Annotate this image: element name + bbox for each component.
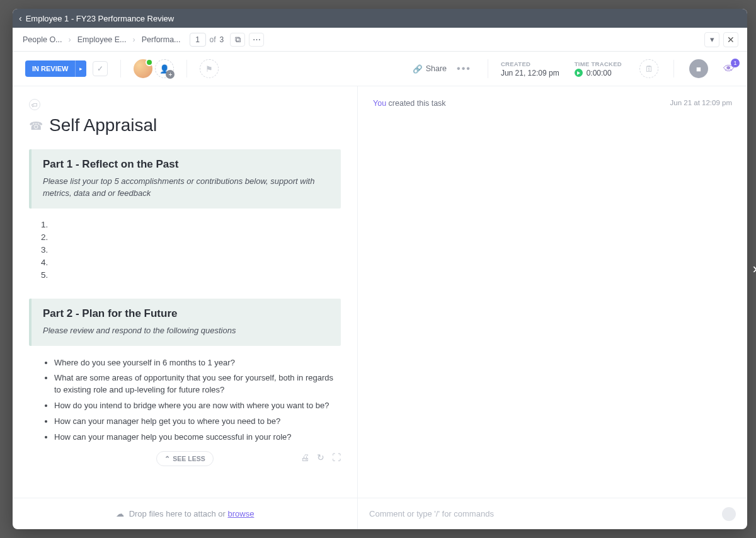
share-button[interactable]: 🔗 Share — [413, 64, 447, 74]
questions-list: Where do you see yourself in 6 months to… — [29, 357, 341, 444]
watchers-count: 1 — [731, 59, 740, 67]
comment-bubble-icon[interactable] — [722, 507, 736, 521]
created-value: Jun 21, 12:09 pm — [501, 69, 559, 77]
task-title[interactable]: Self Appraisal — [49, 115, 157, 135]
breadcrumb-item[interactable]: People O... — [21, 33, 64, 47]
divider — [120, 60, 121, 77]
add-tag-button[interactable]: 🏷 — [29, 99, 40, 110]
callout-part2: Part 2 - Plan for the Future Please revi… — [29, 299, 341, 346]
next-task-chevron-icon[interactable]: › — [753, 261, 756, 277]
more-icon[interactable]: ⋯ — [249, 33, 264, 47]
part1-heading: Part 1 - Reflect on the Past — [43, 158, 329, 171]
due-date-button[interactable]: 🗓 — [639, 59, 658, 78]
question-item: How can your manager help you become suc… — [54, 432, 341, 444]
part2-heading: Part 2 - Plan for the Future — [43, 307, 329, 320]
modal-titlebar: ‹ Employee 1 - FY23 Performance Review — [13, 9, 747, 28]
list-item[interactable] — [50, 220, 341, 229]
back-chevron-icon[interactable]: ‹ — [19, 13, 22, 23]
created-label: CREATED — [501, 60, 559, 67]
share-label: Share — [426, 64, 447, 73]
part1-prompt: Please list your top 5 accomplishments o… — [43, 176, 329, 200]
assignee-avatar[interactable] — [134, 59, 152, 78]
task-body: 🏷 ☎ Self Appraisal Part 1 - Reflect on t… — [13, 86, 747, 498]
mark-complete-button[interactable]: ✓ — [93, 61, 108, 76]
list-item[interactable] — [50, 245, 341, 255]
comment-input[interactable]: Comment or type '/' for commands — [369, 509, 494, 518]
new-tab-icon[interactable]: ⧉ — [230, 33, 245, 47]
activity-actor[interactable]: You — [373, 99, 386, 108]
part2-prompt: Please review and respond to the followi… — [43, 325, 329, 337]
pager: 1 of 3 — [190, 33, 224, 47]
see-less-button[interactable]: ⌃ SEE LESS — [156, 451, 213, 466]
divider — [186, 60, 187, 77]
upload-icon: ☁ — [116, 509, 124, 518]
list-item[interactable] — [50, 258, 341, 267]
list-item[interactable] — [50, 270, 341, 280]
status-dropdown-icon[interactable]: ▸ — [75, 60, 86, 77]
share-icon: 🔗 — [413, 64, 423, 74]
record-clip-button[interactable]: ■ — [689, 59, 708, 78]
task-type-icon: ☎ — [29, 119, 43, 133]
drop-text: Drop files here to attach or — [129, 509, 228, 518]
task-footer: ☁ Drop files here to attach or browse Co… — [13, 498, 747, 529]
callout-part1: Part 1 - Reflect on the Past Please list… — [29, 149, 341, 209]
browse-link[interactable]: browse — [227, 509, 254, 518]
question-item: How can your manager help get you to whe… — [54, 416, 341, 428]
list-item[interactable] — [50, 232, 341, 242]
breadcrumb-item[interactable]: Employee E... — [76, 33, 128, 47]
close-icon[interactable]: ✕ — [723, 32, 738, 47]
divider — [673, 60, 674, 77]
accomplishments-list[interactable] — [29, 220, 341, 280]
time-tracked-value: 0:00:00 — [587, 69, 612, 77]
chevron-right-icon: › — [133, 35, 135, 44]
status-label: IN REVIEW — [25, 60, 75, 77]
plus-icon: + — [166, 70, 175, 79]
question-item: Where do you see yourself in 6 months to… — [54, 357, 341, 369]
created-field: CREATED Jun 21, 12:09 pm — [501, 60, 559, 77]
time-tracked-label: TIME TRACKED — [575, 60, 622, 67]
print-icon[interactable]: 🖨 — [301, 452, 309, 462]
question-item: What are some areas of opportunity that … — [54, 372, 341, 396]
add-assignee-button[interactable]: 👤 + — [155, 59, 174, 78]
pager-of: of — [210, 35, 216, 44]
pager-total: 3 — [220, 35, 224, 44]
time-tracked-field: TIME TRACKED 0:00:00 — [575, 60, 622, 77]
activity-pane: You created this task Jun 21 at 12:09 pm — [358, 86, 747, 498]
priority-flag-button[interactable]: ⚑ — [200, 59, 219, 78]
breadcrumb-item[interactable]: Performa... — [140, 33, 182, 47]
play-icon[interactable] — [575, 69, 583, 77]
chevron-up-icon: ⌃ — [164, 455, 170, 462]
page-number[interactable]: 1 — [190, 33, 206, 47]
expand-icon[interactable]: ⛶ — [332, 452, 341, 462]
modal-title: Employee 1 - FY23 Performance Review — [26, 14, 175, 23]
breadcrumb-bar: People O... › Employee E... › Performa..… — [13, 28, 747, 52]
watchers-button[interactable]: 👁 1 — [723, 62, 735, 76]
task-modal: ‹ Employee 1 - FY23 Performance Review P… — [13, 9, 747, 529]
activity-text: created this task — [386, 99, 446, 108]
activity-entry: You created this task Jun 21 at 12:09 pm — [373, 99, 732, 108]
activity-time: Jun 21 at 12:09 pm — [670, 99, 732, 108]
minimize-icon[interactable]: ▾ — [704, 32, 719, 47]
more-actions-icon[interactable]: ••• — [457, 63, 471, 74]
chevron-right-icon: › — [69, 35, 71, 44]
attachments-dropzone[interactable]: ☁ Drop files here to attach or browse — [13, 498, 358, 529]
status-button[interactable]: IN REVIEW ▸ — [25, 60, 86, 77]
content-pane: 🏷 ☎ Self Appraisal Part 1 - Reflect on t… — [13, 86, 358, 498]
question-item: How do you intend to bridge where you ar… — [54, 400, 341, 412]
see-less-label: SEE LESS — [173, 455, 205, 462]
task-metabar: IN REVIEW ▸ ✓ 👤 + ⚑ 🔗 Share ••• CREATED — [13, 52, 747, 86]
history-icon[interactable]: ↻ — [317, 452, 324, 462]
